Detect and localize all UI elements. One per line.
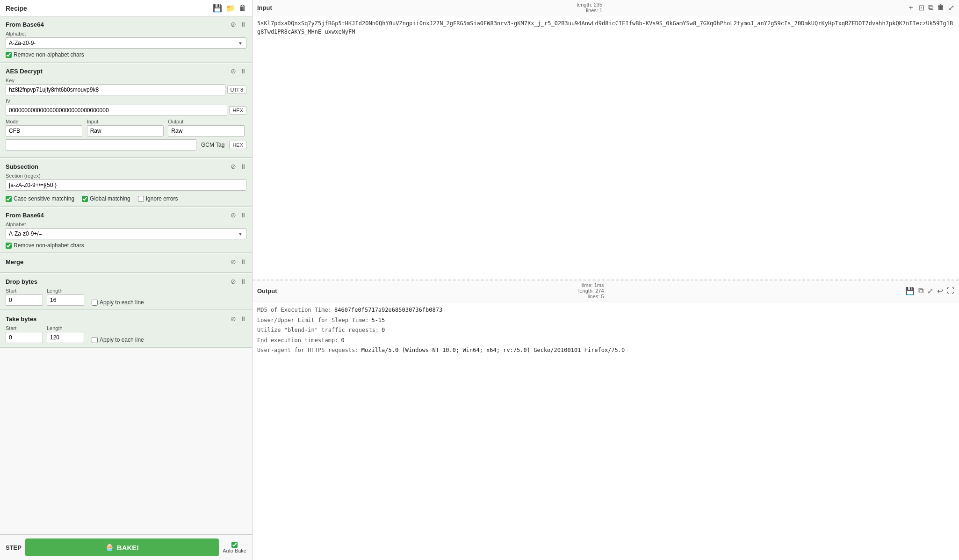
copy-output-icon[interactable]: ⧉ (918, 287, 923, 295)
iv-label: IV (6, 98, 246, 104)
drop-length-input[interactable] (47, 294, 84, 306)
section-title-aes: AES Decrypt (6, 68, 43, 75)
take-length-input[interactable] (47, 332, 84, 343)
output-value: 0 (341, 336, 344, 346)
alphabet-select-2[interactable]: A-Za-z0-9+/= A-Za-z0-9-_ (6, 228, 246, 239)
trash-icon[interactable]: 🗑 (239, 4, 246, 13)
auto-bake-col: Auto Bake (223, 542, 246, 553)
pause-icon-fb2[interactable]: ⏸ (240, 211, 246, 219)
drop-length-label: Length (47, 288, 84, 294)
output-time-value: 1ms (594, 282, 604, 288)
section-subsection: Subsection ⊘ ⏸ Section (regex) Case sens… (0, 159, 252, 207)
output-key: End execution timestamp: (257, 336, 338, 346)
disable-icon-merge[interactable]: ⊘ (231, 258, 236, 266)
output-label-aes: Output (168, 119, 246, 124)
pause-icon-merge[interactable]: ⏸ (240, 258, 246, 266)
mode-input[interactable] (6, 125, 82, 136)
disable-icon-take[interactable]: ⊘ (231, 315, 236, 323)
key-input[interactable] (6, 84, 225, 95)
bottom-bar: STEP 🧁 BAKE! Auto Bake (0, 534, 252, 560)
output-icons: 💾 ⧉ ⤢ ↩ ⛶ (905, 287, 954, 295)
output-content: MD5 of Execution Time:84607fe0f5717a92e6… (252, 302, 959, 560)
save-output-icon[interactable]: 💾 (905, 287, 915, 295)
disable-icon-drop[interactable]: ⊘ (231, 278, 236, 285)
input-length-value: 235 (594, 2, 602, 7)
pause-icon-drop[interactable]: ⏸ (240, 278, 246, 285)
section-icons-from-base64-1: ⊘ ⏸ (231, 21, 246, 28)
section-icons-from-base64-2: ⊘ ⏸ (231, 211, 246, 219)
recipe-title: Recipe (6, 5, 27, 12)
input-section: Input length: 235 lines: 1 ＋ ⊡ ⧉ 🗑 ⤢ 5sK… (252, 0, 959, 280)
output-value: 84607fe0f5717a92e685030736fb0873 (334, 305, 442, 316)
drop-apply-each-check[interactable] (92, 300, 98, 306)
alphabet-label-2: Alphabet (6, 222, 246, 227)
window-icon[interactable]: ⊡ (918, 3, 924, 12)
pause-icon[interactable]: ⏸ (240, 21, 246, 28)
section-regex-input[interactable] (6, 179, 246, 191)
disable-icon-aes[interactable]: ⊘ (231, 67, 236, 75)
undo-output-icon[interactable]: ↩ (937, 287, 943, 295)
fullscreen-output-icon[interactable]: ⛶ (947, 287, 954, 295)
expand-input-icon[interactable]: ⤢ (948, 3, 954, 12)
section-icons-aes: ⊘ ⏸ (231, 67, 246, 75)
input-label-aes: Input (87, 119, 166, 124)
input-label: Input (257, 4, 272, 11)
iv-input[interactable] (6, 105, 227, 116)
input-lines-value: 1 (599, 7, 602, 13)
output-key: Utilize "blend-in" traffic requests: (257, 325, 379, 336)
input-icons: ＋ ⊡ ⧉ 🗑 ⤢ (907, 3, 954, 13)
take-apply-each-label: Apply to each line (100, 337, 144, 343)
output-section: Output time: 1ms length: 274 lines: 5 💾 … (252, 280, 959, 560)
input-header: Input length: 235 lines: 1 ＋ ⊡ ⧉ 🗑 ⤢ (252, 0, 959, 15)
expand-output-icon[interactable]: ⤢ (927, 287, 933, 295)
output-input-aes[interactable] (168, 125, 245, 136)
section-from-base64-1: From Base64 ⊘ ⏸ Alphabet A-Za-z0-9-_ A-Z… (0, 17, 252, 63)
pause-icon-take[interactable]: ⏸ (240, 315, 246, 323)
take-apply-each-check[interactable] (92, 337, 98, 343)
recipe-icon-group: 💾 📁 🗑 (213, 4, 246, 13)
section-icons-merge: ⊘ ⏸ (231, 258, 246, 266)
output-line: MD5 of Execution Time:84607fe0f5717a92e6… (257, 305, 954, 316)
folder-icon[interactable]: 📁 (226, 4, 235, 13)
section-icons-subsection: ⊘ ⏸ (231, 163, 246, 170)
gcm-tag-encoding[interactable]: HEX (229, 141, 246, 149)
add-icon[interactable]: ＋ (907, 3, 915, 13)
section-title-from-base64-2: From Base64 (6, 212, 44, 219)
drop-start-input[interactable] (6, 294, 43, 306)
gcm-tag-input[interactable] (6, 139, 196, 151)
recipe-content: From Base64 ⊘ ⏸ Alphabet A-Za-z0-9-_ A-Z… (0, 17, 252, 534)
case-sensitive-label: Case sensitive matching (14, 195, 74, 202)
bake-button[interactable]: 🧁 BAKE! (25, 538, 219, 556)
section-title-drop: Drop bytes (6, 278, 37, 285)
remove-nonalpha-check-1[interactable] (6, 52, 12, 58)
input-input-aes[interactable] (87, 125, 164, 136)
section-merge: Merge ⊘ ⏸ (0, 254, 252, 273)
right-panel: Input length: 235 lines: 1 ＋ ⊡ ⧉ 🗑 ⤢ 5sK… (252, 0, 959, 560)
take-start-input[interactable] (6, 332, 43, 343)
input-lines-label: lines: (586, 7, 598, 13)
output-line: End execution timestamp:0 (257, 336, 954, 346)
pause-icon-aes[interactable]: ⏸ (240, 67, 246, 75)
remove-nonalpha-check-2[interactable] (6, 243, 12, 249)
case-sensitive-check[interactable] (6, 196, 12, 202)
key-encoding-tag[interactable]: UTF8 (227, 86, 247, 94)
delete-input-icon[interactable]: 🗑 (937, 3, 945, 12)
output-length-label: length: (578, 288, 594, 294)
pause-icon-sub[interactable]: ⏸ (240, 163, 246, 170)
copy-input-icon[interactable]: ⧉ (928, 3, 933, 12)
global-matching-check[interactable] (82, 196, 88, 202)
output-label: Output (257, 287, 277, 294)
alphabet-select-1[interactable]: A-Za-z0-9-_ A-Za-z0-9+/= (6, 37, 246, 49)
output-value: 0 (382, 325, 385, 336)
input-content[interactable]: 5sKl7pdxaDQnxSq7yZ5jfBGp5tHKJId2ONn0QhY0… (252, 15, 959, 280)
gcm-tag-label: GCM Tag (198, 141, 227, 149)
auto-bake-check[interactable] (231, 542, 238, 548)
iv-encoding-tag[interactable]: HEX (229, 106, 246, 115)
section-title-subsection: Subsection (6, 163, 38, 170)
disable-icon-fb2[interactable]: ⊘ (231, 211, 236, 219)
disable-icon-sub[interactable]: ⊘ (231, 163, 236, 170)
save-icon[interactable]: 💾 (213, 4, 222, 13)
ignore-errors-check[interactable] (138, 196, 144, 202)
output-line: User-agent for HTTPS requests:Mozilla/5.… (257, 345, 954, 356)
disable-icon[interactable]: ⊘ (231, 21, 236, 28)
